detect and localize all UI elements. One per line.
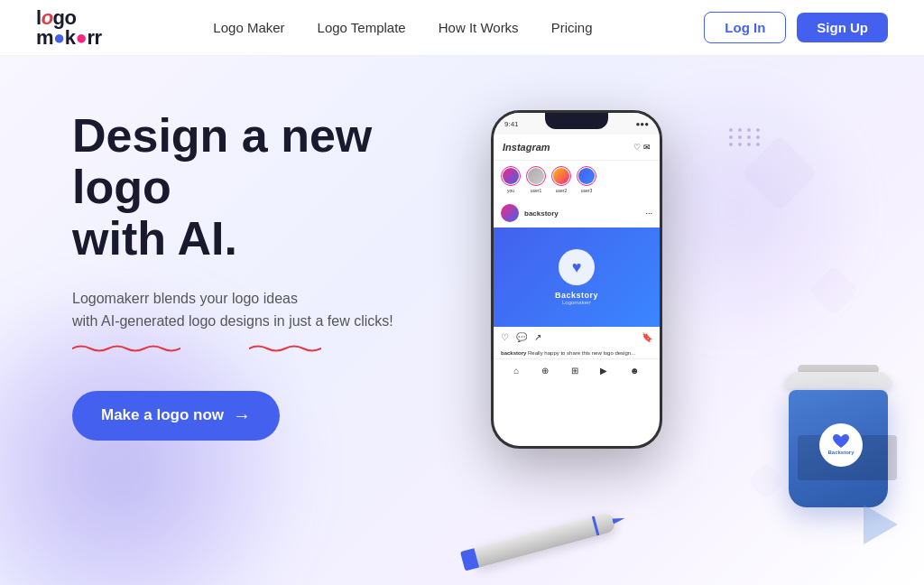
post-logo-icon: ♥ [559,249,595,285]
post-image: ♥ Backstory Logomakerr [494,228,660,327]
profile-nav-icon: ☻ [630,366,640,376]
pen-cap [460,548,479,571]
nav-logo-maker[interactable]: Logo Maker [213,20,284,35]
phone-battery: ●●● [636,120,650,128]
cta-label: Make a logo now [101,406,224,424]
hero-title: Design a new logo with AI. [72,110,469,265]
search-nav-icon: ⊕ [541,366,549,376]
post-avatar [501,204,519,222]
story-item-1: you [501,166,521,193]
cup-lid [785,372,892,388]
cup-logo-circle: Backstory [819,423,863,467]
stories-row: you user1 user2 user3 [494,161,660,199]
post-logo-heart: ♥ [572,258,582,277]
signup-button[interactable]: Sign Up [797,13,888,42]
post-brand-name: Backstory [555,291,598,300]
triangle-decoration [861,507,906,552]
hero-illustration: 9:41 ●●● Instagram ♡ ✉ you [419,74,924,580]
hero-subtitle-container: Logomakerr blends your logo ideas with A… [72,287,393,340]
phone-notch [545,113,608,129]
logo[interactable]: logo m●k●rr [36,8,102,48]
cup-shape: Backstory [789,390,888,507]
hero-content: Design a new logo with AI. Logomakerr bl… [72,110,469,441]
nav-logo-template[interactable]: Logo Template [318,20,406,35]
instagram-header: Instagram ♡ ✉ [494,135,660,161]
nav-pricing[interactable]: Pricing [551,20,593,35]
post-actions: ♡ 💬 ↗ 🔖 [494,327,660,348]
post-username: backstory [524,209,559,218]
pen-stripe [592,516,600,536]
post-brand-sub: Logomakerr [562,300,591,305]
like-icon: ♡ [501,332,509,342]
story-item-2: user1 [526,166,546,193]
hero-section: Design a new logo with AI. Logomakerr bl… [0,56,924,585]
pen-tip [612,514,626,525]
post-more: ··· [645,209,652,218]
insta-icons: ♡ ✉ [633,143,651,152]
cta-button[interactable]: Make a logo now → [72,391,280,441]
header-actions: Log In Sign Up [704,12,888,43]
squiggle-right [249,344,321,353]
phone-body: 9:41 ●●● Instagram ♡ ✉ you [491,110,662,449]
login-button[interactable]: Log In [704,12,786,43]
phone-mockup: 9:41 ●●● Instagram ♡ ✉ you [491,110,671,453]
comment-icon: 💬 [516,332,527,342]
phone-time: 9:41 [504,120,519,128]
save-icon: 🔖 [642,332,652,342]
add-nav-icon: ⊞ [571,366,578,376]
phone-screen: 9:41 ●●● Instagram ♡ ✉ you [494,113,660,446]
header: logo m●k●rr Logo Maker Logo Template How… [0,0,924,56]
home-nav-icon: ⌂ [513,366,519,376]
logo-bottom: m●k●rr [36,28,102,48]
post-header: backstory ··· [494,199,660,228]
main-nav: Logo Maker Logo Template How It Works Pr… [213,20,592,35]
reels-nav-icon: ▶ [600,366,607,376]
post-caption: backstory Really happy to share this new… [494,348,660,358]
story-item-4: user3 [577,166,596,193]
hero-subtitle: Logomakerr blends your logo ideas with A… [72,287,393,333]
cup-brand-text: Backstory [827,450,854,456]
coffee-cup: Backstory [780,372,906,525]
insta-bottom-nav: ⌂ ⊕ ⊞ ▶ ☻ [494,358,660,382]
squiggle-left [72,344,180,353]
cta-arrow: → [233,405,251,426]
nav-how-it-works[interactable]: How It Works [439,20,519,35]
cup-logo-heart-svg [832,433,850,450]
share-icon: ↗ [534,332,541,342]
pen-body [472,511,616,568]
instagram-logo: Instagram [503,142,550,153]
cup-body: Backstory [780,372,897,507]
logo-top: logo [36,8,102,28]
story-item-3: user2 [551,166,571,193]
triangle-shape [864,505,898,544]
pen-marker [472,506,635,573]
